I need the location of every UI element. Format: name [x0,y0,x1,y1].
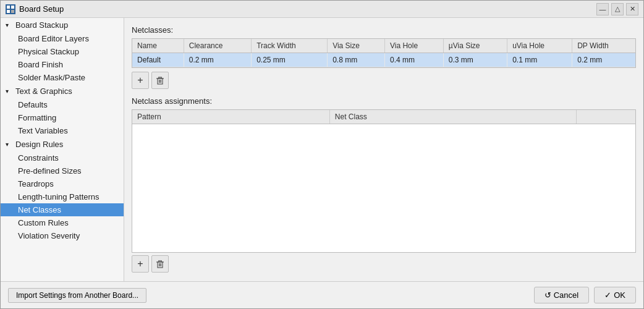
sidebar-item-pre-defined-sizes[interactable]: Pre-defined Sizes [1,164,124,177]
cell-dp-width: 0.2 mm [572,53,635,67]
sidebar-item-label: Formatting [18,113,56,122]
cell-clearance: 0.2 mm [184,53,251,67]
sidebar-item-label: Text Variables [18,126,68,135]
trash-icon [156,260,164,268]
sidebar-item-label: Constraints [18,153,59,163]
sidebar-item-violation-severity[interactable]: Violation Severity [1,229,124,242]
sidebar-item-defaults[interactable]: Defaults [1,98,124,111]
netclasses-header-row: Name Clearance Track Width Via Size Via … [132,39,635,53]
col-via-hole: Via Hole [384,39,443,53]
sidebar-item-physical-stackup[interactable]: Physical Stackup [1,45,124,58]
assignments-header-row: Pattern Net Class [132,110,635,124]
sidebar-item-board-finish[interactable]: Board Finish [1,58,124,71]
title-bar-controls: — △ ✕ [596,3,638,15]
chevron-down-icon: ▾ [6,141,13,148]
sidebar-item-label: Teardrops [18,179,54,188]
right-panel: Netclasses: Name Clearance Track Width V… [124,18,643,281]
col-dp-width: DP Width [572,39,635,53]
netclasses-toolbar: + [132,68,636,91]
svg-rect-2 [11,6,14,9]
col-uvia-hole: uVia Hole [507,39,572,53]
table-row[interactable]: Default 0.2 mm 0.25 mm 0.8 mm 0.4 mm 0.3… [132,53,635,67]
netclasses-table: Name Clearance Track Width Via Size Via … [132,39,635,67]
assignments-toolbar: + [132,253,636,274]
sidebar-item-board-editor-layers[interactable]: Board Editor Layers [1,32,124,45]
minimize-button[interactable]: — [596,3,609,15]
svg-rect-3 [7,10,10,13]
col-extra [577,110,635,124]
close-button[interactable]: ✕ [626,3,638,15]
netclasses-thead: Name Clearance Track Width Via Size Via … [132,39,635,53]
cancel-label: Cancel [554,290,578,300]
sidebar-group-board-stackup[interactable]: ▾ Board Stackup [1,18,124,32]
svg-rect-4 [11,10,14,13]
sidebar-item-teardrops[interactable]: Teardrops [1,177,124,190]
sidebar-item-constraints[interactable]: Constraints [1,151,124,164]
assignments-table: Pattern Net Class [132,110,635,124]
main-content: ▾ Board Stackup Board Editor Layers Phys… [1,18,643,281]
sidebar-group-label: Design Rules [15,140,63,149]
sidebar-item-label: Defaults [18,100,48,109]
col-clearance: Clearance [184,39,251,53]
col-pattern: Pattern [132,110,329,124]
netclasses-tbody: Default 0.2 mm 0.25 mm 0.8 mm 0.4 mm 0.3… [132,53,635,67]
netclasses-label: Netclasses: [132,25,636,35]
sidebar-item-text-variables[interactable]: Text Variables [1,124,124,137]
ok-button[interactable]: ✓ OK [594,287,636,303]
col-net-class: Net Class [329,110,576,124]
cancel-button[interactable]: ↺ Cancel [534,287,589,303]
cell-via-hole: 0.4 mm [384,53,443,67]
assignments-add-button[interactable]: + [132,255,149,273]
sidebar-group-label: Text & Graphics [15,87,72,96]
col-name: Name [132,39,184,53]
sidebar-item-solder-mask-paste[interactable]: Solder Mask/Paste [1,71,124,84]
sidebar-group-text-graphics[interactable]: ▾ Text & Graphics [1,84,124,98]
cell-track-width: 0.25 mm [252,53,328,67]
chevron-down-icon: ▾ [6,22,13,28]
window-title: Board Setup [19,4,64,14]
netclasses-table-container: Name Clearance Track Width Via Size Via … [132,38,636,68]
assignments-thead: Pattern Net Class [132,110,635,124]
maximize-button[interactable]: △ [611,3,624,15]
sidebar-item-label: Net Classes [18,205,61,214]
sidebar-item-net-classes[interactable]: Net Classes [1,203,124,216]
ok-icon: ✓ [604,290,611,300]
sidebar-item-label: Solder Mask/Paste [18,73,85,82]
col-track-width: Track Width [252,39,328,53]
sidebar-group-design-rules[interactable]: ▾ Design Rules [1,137,124,151]
netclass-assignments-label: Netclass assignments: [132,96,636,106]
assignments-table-container: Pattern Net Class [132,109,636,253]
chevron-down-icon: ▾ [6,88,13,95]
sidebar-item-label: Board Editor Layers [18,34,89,43]
svg-rect-1 [7,6,10,9]
sidebar-item-length-tuning-patterns[interactable]: Length-tuning Patterns [1,190,124,203]
sidebar-item-label: Physical Stackup [18,47,79,56]
app-icon [6,4,15,14]
ok-label: OK [614,290,625,300]
sidebar-item-label: Custom Rules [18,218,69,227]
trash-icon [156,76,164,85]
board-setup-window: Board Setup — △ ✕ ▾ Board Stackup Board … [0,0,644,309]
title-bar: Board Setup — △ ✕ [1,1,643,18]
cell-uvia-size: 0.3 mm [443,53,507,67]
assignments-delete-button[interactable] [151,255,169,273]
sidebar: ▾ Board Stackup Board Editor Layers Phys… [1,18,124,281]
title-bar-left: Board Setup [6,4,64,14]
sidebar-item-formatting[interactable]: Formatting [1,111,124,124]
sidebar-item-label: Length-tuning Patterns [18,192,100,201]
netclass-assignments-section: Netclass assignments: Pattern Net Class [132,96,636,274]
cancel-icon: ↺ [544,290,551,300]
sidebar-item-custom-rules[interactable]: Custom Rules [1,216,124,229]
netclasses-delete-button[interactable] [151,72,169,89]
sidebar-group-label: Board Stackup [15,20,68,30]
import-settings-button[interactable]: Import Settings from Another Board... [8,288,146,303]
dialog-buttons: ↺ Cancel ✓ OK [534,287,636,303]
cell-uvia-hole: 0.1 mm [507,53,572,67]
cell-via-size: 0.8 mm [328,53,385,67]
sidebar-item-label: Violation Severity [18,231,80,240]
col-via-size: Via Size [328,39,385,53]
bottom-bar: Import Settings from Another Board... ↺ … [1,281,643,308]
col-uvia-size: µVia Size [443,39,507,53]
sidebar-item-label: Board Finish [18,60,63,69]
netclasses-add-button[interactable]: + [132,72,149,89]
